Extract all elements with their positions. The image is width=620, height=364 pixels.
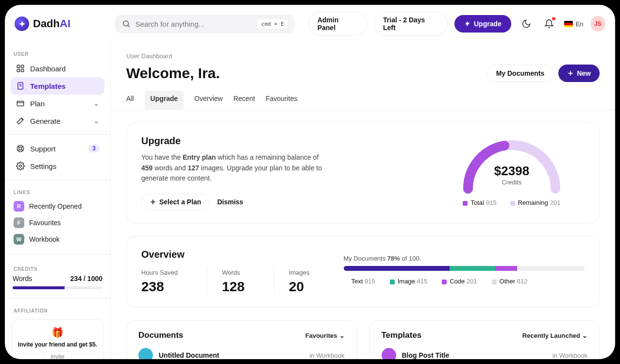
- tab-favourites[interactable]: Favourites: [266, 91, 297, 109]
- gift-icon: 🎁: [17, 327, 98, 338]
- document-item[interactable]: Untitled Document in Workbook: [138, 348, 345, 359]
- svg-line-1: [128, 25, 129, 27]
- life-ring-icon: [16, 144, 25, 153]
- upgrade-text: You have the Entry plan which has a rema…: [141, 152, 326, 184]
- stat-words: Words 128: [207, 269, 259, 295]
- doc-color-icon: [138, 348, 153, 359]
- search-box[interactable]: cmd + E: [115, 15, 295, 33]
- page-title: Welcome, Ira.: [126, 65, 220, 82]
- tab-overview[interactable]: Overview: [194, 91, 222, 109]
- svg-line-13: [18, 146, 19, 148]
- templates-panel: Templates Recently Launched⌄ Blog Post T…: [369, 320, 600, 359]
- template-item[interactable]: Blog Post Title in Workbook: [382, 348, 588, 359]
- link-letter-icon: W: [14, 234, 24, 245]
- svg-rect-4: [17, 69, 19, 72]
- templates-title: Templates: [382, 331, 422, 340]
- affiliation-text: Invite your friend and get $5.: [17, 341, 98, 348]
- chevron-down-icon: ⌄: [339, 332, 345, 339]
- upgrade-button[interactable]: Upgrade: [454, 15, 511, 33]
- stat-images: Images 20: [274, 269, 324, 295]
- template-meta: in Workbook: [553, 352, 587, 359]
- link-letter-icon: R: [14, 201, 24, 212]
- support-badge: 3: [88, 145, 100, 152]
- plus-icon: [150, 199, 156, 205]
- logo-mark-icon: ✦: [15, 17, 29, 31]
- sidebar-item-label: Templates: [30, 82, 66, 90]
- mydocs-label: My Documents 78% of 100.: [344, 255, 585, 262]
- credits-gauge: $2398 Credits: [458, 135, 565, 191]
- main-content: User Dashboard Welcome, Ira. My Document…: [111, 43, 615, 359]
- avatar[interactable]: JS: [590, 16, 605, 32]
- moon-icon: [521, 19, 531, 29]
- template-color-icon: [382, 348, 396, 359]
- language-selector[interactable]: En: [564, 16, 584, 32]
- tabs: All Upgrade Overview Recent Favourites: [126, 91, 600, 109]
- theme-toggle[interactable]: [518, 16, 534, 32]
- flag-de-icon: [564, 21, 573, 27]
- docs-legend: Text 915 Image 415 Code 201 Other 612: [344, 278, 585, 285]
- search-input[interactable]: [135, 20, 253, 28]
- sidebar-item-generate[interactable]: Generate ⌄: [11, 112, 104, 130]
- sidebar-item-label: Generate: [30, 117, 61, 125]
- svg-rect-3: [21, 65, 24, 67]
- documents-title: Documents: [138, 331, 184, 340]
- tab-recent[interactable]: Recent: [234, 91, 255, 109]
- grid-icon: [16, 64, 25, 73]
- my-documents-button[interactable]: My Documents: [487, 65, 554, 82]
- overview-title: Overview: [141, 249, 324, 260]
- trial-badge[interactable]: Trial - 2 Days Left: [374, 12, 448, 36]
- svg-line-14: [21, 149, 23, 151]
- link-letter-icon: F: [14, 217, 24, 228]
- sidebar-item-support[interactable]: Support 3: [11, 140, 104, 157]
- notifications-button[interactable]: [541, 16, 557, 32]
- svg-rect-9: [17, 101, 24, 106]
- gauge-value: $2398: [458, 164, 565, 179]
- link-label: Workbook: [29, 235, 60, 243]
- stat-hours: Hours Saved 238: [141, 269, 192, 295]
- sidebar-item-dashboard[interactable]: Dashboard: [11, 60, 104, 77]
- select-plan-button[interactable]: Select a Plan: [141, 194, 209, 210]
- bolt-icon: [464, 20, 471, 27]
- doc-icon: [16, 81, 25, 91]
- sidebar-section-links: LINKS: [11, 185, 104, 198]
- link-workbook[interactable]: W Workbook: [11, 231, 104, 248]
- credits-progress: [13, 286, 102, 289]
- docs-segment-bar: [344, 266, 585, 271]
- tab-all[interactable]: All: [126, 91, 134, 109]
- sidebar-section-affiliation: AFFILIATION: [11, 303, 104, 316]
- sidebar-item-plan[interactable]: Plan ⌄: [11, 95, 104, 112]
- tab-upgrade[interactable]: Upgrade: [145, 91, 184, 109]
- svg-rect-5: [21, 69, 24, 72]
- documents-dropdown[interactable]: Favourites⌄: [305, 332, 345, 339]
- topbar: ✦ DadhAI cmd + E Admin Panel Trial - 2 D…: [5, 5, 615, 43]
- sidebar-item-templates[interactable]: Templates: [11, 77, 104, 95]
- admin-panel-button[interactable]: Admin Panel: [308, 12, 367, 36]
- dismiss-button[interactable]: Dismiss: [217, 198, 243, 206]
- svg-line-15: [18, 149, 19, 151]
- sidebar-section-credits: CREDITS: [11, 262, 104, 275]
- sidebar-item-label: Plan: [30, 99, 45, 108]
- svg-point-12: [19, 147, 22, 150]
- svg-rect-2: [17, 65, 19, 67]
- gear-icon: [16, 161, 25, 171]
- sidebar-section-user: USER: [11, 47, 104, 60]
- svg-line-16: [21, 146, 23, 148]
- svg-point-0: [123, 21, 129, 26]
- documents-panel: Documents Favourites⌄ Untitled Document …: [126, 320, 357, 359]
- wand-icon: [16, 116, 25, 126]
- sidebar: USER Dashboard Templates Plan ⌄ Generate…: [5, 43, 111, 359]
- templates-dropdown[interactable]: Recently Launched⌄: [522, 332, 587, 339]
- sidebar-item-settings[interactable]: Settings: [11, 157, 104, 175]
- logo[interactable]: ✦ DadhAI: [15, 17, 108, 31]
- document-title: Untitled Document: [159, 351, 219, 359]
- link-favourites[interactable]: F Favourites: [11, 215, 104, 231]
- plus-icon: [567, 70, 574, 77]
- new-button[interactable]: New: [558, 65, 600, 82]
- link-label: Favourites: [29, 219, 61, 227]
- invite-button[interactable]: Invite: [43, 351, 72, 359]
- sidebar-item-label: Settings: [30, 162, 56, 170]
- sidebar-item-label: Support: [30, 145, 56, 153]
- link-recently-opened[interactable]: R Recently Opened: [11, 198, 104, 215]
- chevron-down-icon: ⌄: [93, 116, 100, 125]
- breadcrumb: User Dashboard: [126, 52, 600, 60]
